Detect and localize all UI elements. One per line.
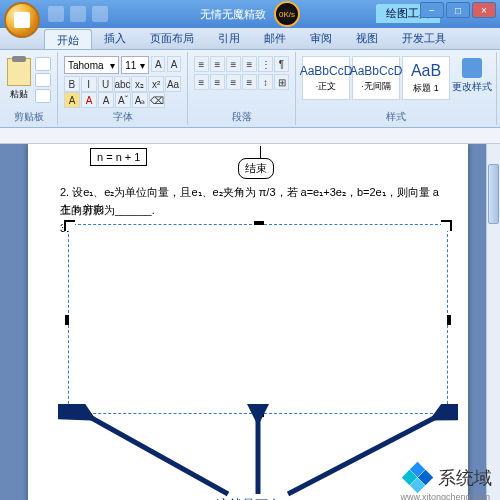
maximize-button[interactable]: □ bbox=[446, 2, 470, 18]
window-title: 无情无魔精致 0K/s bbox=[200, 1, 300, 27]
watermark-logo-icon bbox=[404, 464, 432, 492]
change-case-button[interactable]: Aa bbox=[165, 76, 181, 92]
justify-button[interactable]: ≡ bbox=[242, 74, 257, 90]
quick-access-toolbar bbox=[48, 6, 108, 22]
tab-developer[interactable]: 开发工具 bbox=[390, 28, 458, 49]
group-label-clipboard: 剪贴板 bbox=[0, 110, 57, 124]
font-color-button[interactable]: A bbox=[81, 92, 97, 108]
tab-review[interactable]: 审阅 bbox=[298, 28, 344, 49]
group-label-styles: 样式 bbox=[296, 110, 496, 124]
group-label-font: 字体 bbox=[58, 110, 187, 124]
tab-insert[interactable]: 插入 bbox=[92, 28, 138, 49]
style-heading1[interactable]: AaB标题 1 bbox=[402, 56, 450, 100]
style-normal[interactable]: AaBbCcD·正文 bbox=[302, 56, 350, 100]
font-size-combo[interactable]: 11▾ bbox=[121, 56, 149, 74]
flowchart-connector bbox=[260, 146, 261, 158]
copy-button[interactable] bbox=[35, 73, 51, 87]
tab-layout[interactable]: 页面布局 bbox=[138, 28, 206, 49]
resize-handle-ne[interactable] bbox=[441, 219, 453, 231]
bold-button[interactable]: B bbox=[64, 76, 80, 92]
change-styles-icon bbox=[462, 58, 482, 78]
italic-button[interactable]: I bbox=[81, 76, 97, 92]
multilevel-button[interactable]: ≡ bbox=[226, 56, 241, 72]
tab-view[interactable]: 视图 bbox=[344, 28, 390, 49]
grow-font-button[interactable]: A bbox=[151, 56, 165, 72]
page[interactable]: n = n + 1 结束 2. 设e₁、e₂为单位向量，且e₁、e₂夹角为 π/… bbox=[28, 144, 468, 500]
qat-undo-icon[interactable] bbox=[70, 6, 86, 22]
document-area: n = n + 1 结束 2. 设e₁、e₂为单位向量，且e₁、e₂夹角为 π/… bbox=[0, 144, 486, 500]
clipboard-icon bbox=[7, 58, 31, 86]
watermark: 系统域 bbox=[404, 464, 492, 492]
bullets-button[interactable]: ≡ bbox=[194, 56, 209, 72]
highlight-button[interactable]: A bbox=[64, 92, 80, 108]
indent-dec-button[interactable]: ≡ bbox=[242, 56, 257, 72]
tab-references[interactable]: 引用 bbox=[206, 28, 252, 49]
callout-arrows bbox=[58, 404, 458, 500]
title-bar: 无情无魔精致 0K/s 绘图工具 − □ × bbox=[0, 0, 500, 28]
shrink-font-button[interactable]: A bbox=[167, 56, 181, 72]
flowchart-box-end: 结束 bbox=[238, 158, 274, 179]
align-right-button[interactable]: ≡ bbox=[226, 74, 241, 90]
char-border-button[interactable]: A bbox=[98, 92, 114, 108]
tab-home[interactable]: 开始 bbox=[44, 29, 92, 49]
underline-button[interactable]: U bbox=[98, 76, 114, 92]
indent-inc-button[interactable]: ⋮ bbox=[258, 56, 273, 72]
watermark-url: www.xitongcheng.com bbox=[400, 492, 490, 500]
group-label-paragraph: 段落 bbox=[188, 110, 295, 124]
numbering-button[interactable]: ≡ bbox=[210, 56, 225, 72]
phonetic-button[interactable]: Aˇ bbox=[115, 92, 131, 108]
resize-handle-n[interactable] bbox=[254, 221, 264, 225]
subscript-button[interactable]: x₂ bbox=[131, 76, 147, 92]
watermark-text: 系统域 bbox=[438, 466, 492, 490]
vertical-scrollbar[interactable] bbox=[486, 144, 500, 500]
show-marks-button[interactable]: ¶ bbox=[274, 56, 289, 72]
line-spacing-button[interactable]: ↕ bbox=[258, 74, 273, 90]
font-name-combo[interactable]: Tahoma▾ bbox=[64, 56, 119, 74]
tab-mail[interactable]: 邮件 bbox=[252, 28, 298, 49]
resize-handle-nw[interactable] bbox=[63, 219, 75, 231]
ribbon-tabs: 开始 插入 页面布局 引用 邮件 审阅 视图 开发工具 bbox=[0, 28, 500, 50]
problem-2-line2: 上的射影为______. bbox=[60, 202, 155, 219]
resize-handle-w[interactable] bbox=[65, 315, 69, 325]
qat-save-icon[interactable] bbox=[48, 6, 64, 22]
format-painter-button[interactable] bbox=[35, 89, 51, 103]
qat-redo-icon[interactable] bbox=[92, 6, 108, 22]
borders-button[interactable]: ⊞ bbox=[274, 74, 289, 90]
office-button[interactable] bbox=[4, 2, 40, 38]
callout-text: 这就是画布 bbox=[216, 496, 281, 500]
flowchart-box-counter: n = n + 1 bbox=[90, 148, 147, 166]
scroll-thumb[interactable] bbox=[488, 164, 499, 224]
char-shading-button[interactable]: Aₐ bbox=[132, 92, 148, 108]
minimize-button[interactable]: − bbox=[420, 2, 444, 18]
svg-line-0 bbox=[88, 416, 228, 494]
align-left-button[interactable]: ≡ bbox=[194, 74, 209, 90]
style-no-spacing[interactable]: AaBbCcD·无间隔 bbox=[352, 56, 400, 100]
strike-button[interactable]: abc bbox=[114, 76, 130, 92]
align-center-button[interactable]: ≡ bbox=[210, 74, 225, 90]
close-button[interactable]: × bbox=[472, 2, 496, 18]
superscript-button[interactable]: x² bbox=[148, 76, 164, 92]
clear-format-button[interactable]: ⌫ bbox=[149, 92, 165, 108]
ribbon: 粘贴 剪贴板 Tahoma▾ 11▾ A A B I U abc x₂ bbox=[0, 50, 500, 128]
speed-badge: 0K/s bbox=[274, 1, 300, 27]
cut-button[interactable] bbox=[35, 57, 51, 71]
resize-handle-e[interactable] bbox=[447, 315, 451, 325]
horizontal-ruler[interactable] bbox=[0, 128, 500, 144]
drawing-canvas[interactable] bbox=[68, 224, 448, 414]
